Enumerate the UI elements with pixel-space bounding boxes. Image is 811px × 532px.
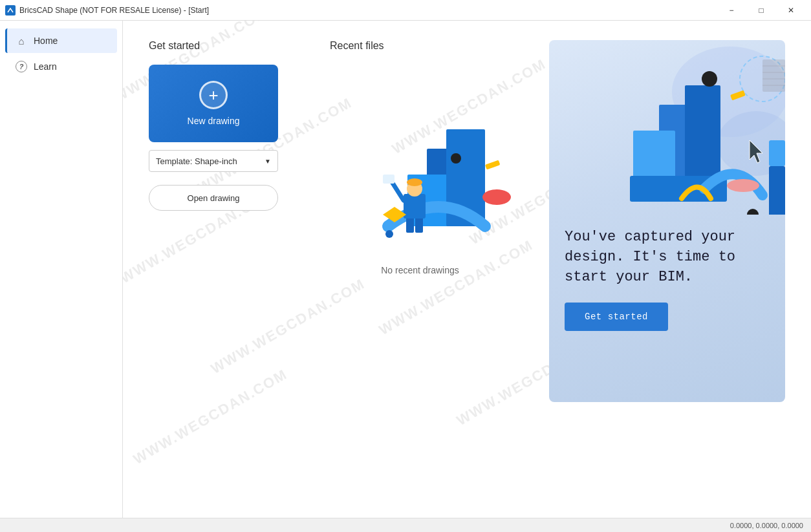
recent-files-column: Recent files bbox=[330, 40, 510, 402]
svg-rect-6 bbox=[404, 194, 426, 218]
svg-rect-12 bbox=[485, 160, 500, 169]
svg-point-13 bbox=[482, 189, 511, 205]
new-drawing-label: New drawing bbox=[188, 116, 240, 126]
svg-point-26 bbox=[702, 71, 717, 87]
promo-cta-button[interactable]: Get started bbox=[565, 303, 668, 331]
sidebar-learn-label: Learn bbox=[34, 61, 57, 72]
get-started-title: Get started bbox=[149, 40, 291, 52]
titlebar: BricsCAD Shape (NOT FOR RESALE License) … bbox=[0, 0, 811, 21]
no-recent-illustration bbox=[330, 65, 537, 259]
svg-point-24 bbox=[727, 179, 759, 192]
promo-panel: You've captured your design. It's time t… bbox=[549, 40, 785, 402]
promo-headline: You've captured your design. It's time t… bbox=[565, 228, 770, 287]
svg-line-9 bbox=[391, 181, 404, 200]
content-inner: Get started + New drawing Template: Shap… bbox=[149, 40, 785, 402]
svg-rect-28 bbox=[769, 166, 785, 215]
maximize-button[interactable]: □ bbox=[746, 0, 776, 21]
svg-point-27 bbox=[747, 209, 759, 215]
svg-rect-10 bbox=[383, 175, 395, 184]
open-drawing-button[interactable]: Open drawing bbox=[149, 185, 278, 211]
svg-rect-20 bbox=[685, 85, 720, 189]
learn-icon: ? bbox=[16, 61, 27, 72]
promo-illustration bbox=[549, 40, 785, 215]
sidebar-home-label: Home bbox=[34, 36, 58, 46]
sidebar-item-home[interactable]: ⌂ Home bbox=[5, 28, 117, 53]
minimize-button[interactable]: − bbox=[717, 0, 746, 21]
window-title: BricsCAD Shape (NOT FOR RESALE License) … bbox=[19, 6, 209, 15]
plus-circle-icon: + bbox=[199, 81, 228, 109]
svg-rect-30 bbox=[762, 59, 785, 92]
statusbar: 0.0000, 0.0000, 0.0000 bbox=[0, 518, 811, 532]
template-label: Template: Shape-inch bbox=[156, 156, 237, 166]
coordinates-display: 0.0000, 0.0000, 0.0000 bbox=[730, 522, 803, 529]
close-button[interactable]: ✕ bbox=[776, 0, 806, 21]
recent-files-title: Recent files bbox=[330, 40, 510, 52]
promo-text-area: You've captured your design. It's time t… bbox=[549, 215, 785, 344]
new-drawing-button[interactable]: + New drawing bbox=[149, 65, 278, 142]
sidebar: ⌂ Home ? Learn bbox=[0, 21, 123, 518]
main-content: WWW.WEGCDAN.COM WWW.WEGCDAN.COM WWW.WEGC… bbox=[123, 21, 811, 518]
home-icon: ⌂ bbox=[16, 35, 27, 47]
titlebar-left: BricsCAD Shape (NOT FOR RESALE License) … bbox=[5, 5, 209, 16]
template-selector[interactable]: Template: Shape-inch ▼ bbox=[149, 150, 278, 172]
no-recent-label: No recent drawings bbox=[330, 265, 510, 275]
app-icon bbox=[5, 5, 16, 16]
dropdown-arrow-icon: ▼ bbox=[265, 158, 271, 165]
get-started-column: Get started + New drawing Template: Shap… bbox=[149, 40, 291, 402]
open-drawing-label: Open drawing bbox=[188, 193, 240, 203]
svg-point-15 bbox=[385, 230, 393, 238]
svg-point-8 bbox=[407, 178, 422, 186]
app-body: ⌂ Home ? Learn WWW.WEGCDAN.COM WWW.WEGCD… bbox=[0, 21, 811, 518]
window-controls: − □ ✕ bbox=[717, 0, 806, 21]
sidebar-item-learn[interactable]: ? Learn bbox=[5, 54, 117, 79]
svg-rect-29 bbox=[769, 140, 785, 166]
svg-point-14 bbox=[451, 153, 461, 164]
